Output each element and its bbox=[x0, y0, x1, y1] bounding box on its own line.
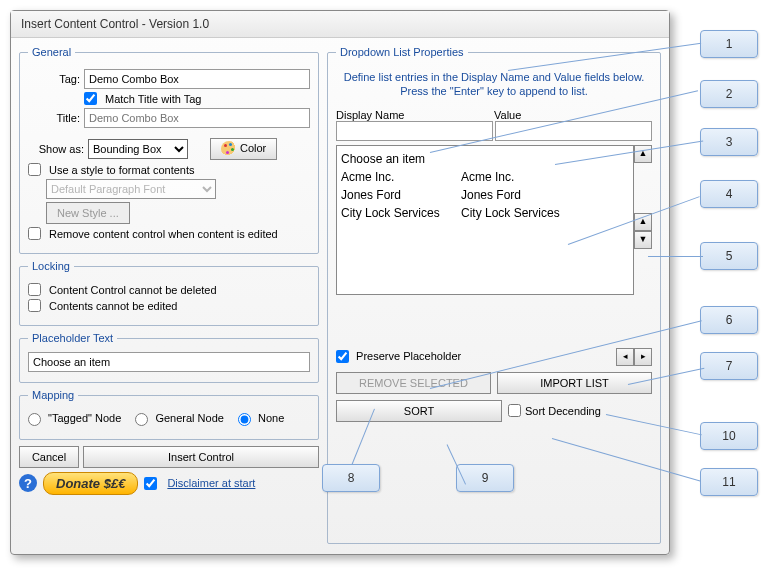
move-left-button[interactable]: ◂ bbox=[616, 348, 634, 366]
tag-input[interactable] bbox=[84, 69, 310, 89]
sort-button[interactable]: SORT bbox=[336, 400, 502, 422]
mapping-none-radio[interactable]: None bbox=[238, 412, 284, 426]
move-up-button[interactable]: ▲ bbox=[634, 213, 652, 231]
move-right-button[interactable]: ▸ bbox=[634, 348, 652, 366]
disclaimer-link[interactable]: Disclaimer at start bbox=[167, 477, 255, 489]
help-icon[interactable]: ? bbox=[19, 474, 37, 492]
general-legend: General bbox=[28, 46, 75, 58]
title-input[interactable] bbox=[84, 108, 310, 128]
list-item: Acme Inc.Acme Inc. bbox=[341, 168, 629, 186]
dropdown-group: Dropdown List Properties Define list ent… bbox=[327, 46, 661, 544]
display-name-input[interactable] bbox=[336, 121, 493, 141]
cannot-edit-label: Contents cannot be edited bbox=[49, 300, 177, 312]
list-item: Choose an item bbox=[341, 150, 629, 168]
general-group: General Tag: Match Title with Tag Title:… bbox=[19, 46, 319, 254]
callout-5: 5 bbox=[700, 242, 758, 270]
tag-label: Tag: bbox=[28, 73, 80, 85]
callout-2: 2 bbox=[700, 80, 758, 108]
placeholder-group: Placeholder Text bbox=[19, 332, 319, 383]
match-title-label: Match Title with Tag bbox=[105, 93, 201, 105]
preserve-placeholder-checkbox[interactable]: Preserve Placeholder bbox=[336, 350, 461, 364]
dropdown-help-text: Define list entries in the Display Name … bbox=[336, 70, 652, 99]
remove-on-edit-checkbox[interactable] bbox=[28, 227, 41, 240]
scroll-up-button[interactable]: ▲ bbox=[634, 145, 652, 163]
mapping-general-radio[interactable]: General Node bbox=[135, 412, 224, 426]
palette-icon bbox=[221, 141, 237, 157]
insert-control-button[interactable]: Insert Control bbox=[83, 446, 319, 468]
color-button[interactable]: Color bbox=[210, 138, 277, 160]
callout-10: 10 bbox=[700, 422, 758, 450]
remove-on-edit-label: Remove content control when content is e… bbox=[49, 228, 278, 240]
value-header: Value bbox=[494, 109, 652, 121]
items-listbox[interactable]: Choose an item Acme Inc.Acme Inc. Jones … bbox=[336, 145, 634, 295]
match-title-checkbox[interactable] bbox=[84, 92, 97, 105]
style-select: Default Paragraph Font bbox=[46, 179, 216, 199]
placeholder-input[interactable] bbox=[28, 352, 310, 372]
cannot-delete-label: Content Control cannot be deleted bbox=[49, 284, 217, 296]
show-as-select[interactable]: Bounding Box bbox=[88, 139, 188, 159]
donate-button[interactable]: Donate $£€ bbox=[43, 472, 138, 495]
callout-7: 7 bbox=[700, 352, 758, 380]
window-title: Insert Content Control - Version 1.0 bbox=[11, 11, 669, 38]
locking-group: Locking Content Control cannot be delete… bbox=[19, 260, 319, 326]
cancel-button[interactable]: Cancel bbox=[19, 446, 79, 468]
mapping-legend: Mapping bbox=[28, 389, 78, 401]
mapping-group: Mapping "Tagged" Node General Node None bbox=[19, 389, 319, 440]
callout-1: 1 bbox=[700, 30, 758, 58]
use-style-label: Use a style to format contents bbox=[49, 164, 195, 176]
callout-6: 6 bbox=[700, 306, 758, 334]
use-style-checkbox[interactable] bbox=[28, 163, 41, 176]
list-item: Jones FordJones Ford bbox=[341, 186, 629, 204]
title-label: Title: bbox=[28, 112, 80, 124]
remove-selected-button: REMOVE SELECTED bbox=[336, 372, 491, 394]
placeholder-legend: Placeholder Text bbox=[28, 332, 117, 344]
dialog-window: Insert Content Control - Version 1.0 Gen… bbox=[10, 10, 670, 555]
cannot-edit-checkbox[interactable] bbox=[28, 299, 41, 312]
dropdown-legend: Dropdown List Properties bbox=[336, 46, 468, 58]
display-name-header: Display Name bbox=[336, 109, 494, 121]
cannot-delete-checkbox[interactable] bbox=[28, 283, 41, 296]
new-style-button: New Style ... bbox=[46, 202, 130, 224]
disclaimer-checkbox[interactable] bbox=[144, 477, 157, 490]
list-item: City Lock ServicesCity Lock Services bbox=[341, 204, 629, 222]
mapping-tagged-radio[interactable]: "Tagged" Node bbox=[28, 412, 121, 426]
value-input[interactable] bbox=[495, 121, 652, 141]
callout-4: 4 bbox=[700, 180, 758, 208]
callout-11: 11 bbox=[700, 468, 758, 496]
show-as-label: Show as: bbox=[28, 143, 84, 155]
move-down-button[interactable]: ▼ bbox=[634, 231, 652, 249]
import-list-button[interactable]: IMPORT LIST bbox=[497, 372, 652, 394]
locking-legend: Locking bbox=[28, 260, 74, 272]
sort-descending-checkbox[interactable]: Sort Decending bbox=[508, 400, 652, 422]
callout-3: 3 bbox=[700, 128, 758, 156]
